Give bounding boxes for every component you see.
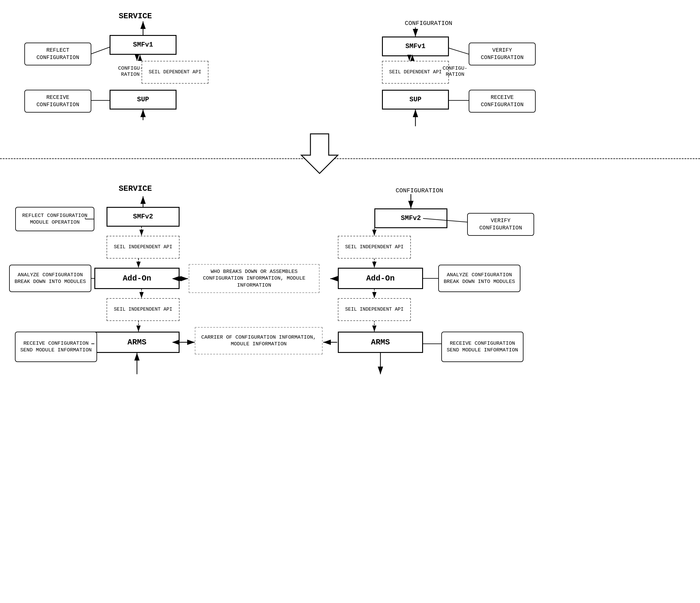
seil-indep-api2-right: SEIL INDEPENDENT API: [338, 298, 411, 321]
smfv2-box-left: SMFv2: [106, 207, 180, 227]
seil-indep-api1-right: SEIL INDEPENDENT API: [338, 236, 411, 259]
smfv2-box-right: SMFv2: [374, 208, 447, 228]
service-label-bottom: SERVICE: [119, 184, 152, 193]
smfv1-box-top-left: SMFv1: [109, 35, 177, 55]
addon-center-label: WHO BREAKS DOWN OR ASSEMBLES CONFIGURATI…: [189, 264, 320, 293]
config-label-top-right: CONFIGU- RATION: [441, 65, 469, 78]
config-label-top-right-top: CONFIGURATION: [405, 20, 452, 27]
arms-center-label: CARRIER OF CONFIGURATION INFORMATION, MO…: [195, 327, 323, 355]
smfv1-box-top-right: SMFv1: [382, 36, 449, 56]
analyze-config-callout-right: ANALYZE CONFIGURATION BREAK DOWN INTO MO…: [438, 265, 520, 292]
addon-box-right: Add-On: [338, 268, 423, 289]
svg-line-14: [449, 48, 469, 54]
config-label-bottom-right-top: CONFIGURATION: [396, 187, 443, 194]
verify-config-callout-bottom-right: VERIFY CONFIGURATION: [467, 213, 534, 236]
arms-box-right: ARMS: [338, 332, 423, 353]
svg-marker-16: [301, 134, 338, 174]
sup-box-top-right: SUP: [382, 90, 449, 109]
analyze-config-callout-left: ANALYZE CONFIGURATION BREAK DOWN INTO MO…: [9, 265, 91, 292]
divider-line: [0, 158, 700, 159]
seil-dep-api-top-left: SEIL DEPENDENT API: [142, 61, 208, 84]
svg-line-8: [91, 47, 109, 54]
seil-dep-api-top-right: SEIL DEPENDENT API: [382, 61, 449, 84]
addon-box-left: Add-On: [94, 268, 180, 289]
arms-box-left: ARMS: [94, 332, 180, 353]
receive-config-send-module-callout-left: RECEIVE CONFIGURATION SEND MODULE INFORM…: [15, 332, 97, 362]
service-label-top: SERVICE: [119, 11, 152, 21]
seil-indep-api1-left: SEIL INDEPENDENT API: [106, 236, 180, 259]
reflect-config-module-callout: REFLECT CONFIGURATION MODULE OPERATION: [15, 207, 94, 231]
sup-box-top-left: SUP: [109, 90, 177, 109]
receive-config-callout-top-right: RECEIVE CONFIGURATION: [469, 90, 536, 112]
diagram-container: SERVICE SMFv1 SEIL DEPENDENT API CONFIGU…: [0, 0, 700, 603]
receive-config-send-module-callout-right: RECEIVE CONFIGURATION SEND MODULE INFORM…: [441, 332, 523, 362]
reflect-config-callout-top-left: REFLECT CONFIGURATION: [24, 43, 91, 65]
verify-config-callout-top-right: VERIFY CONFIGURATION: [469, 43, 536, 65]
config-label-top-left: CONFIGU- RATION: [118, 65, 143, 78]
receive-config-callout-top-left: RECEIVE CONFIGURATION: [24, 90, 91, 112]
seil-indep-api2-left: SEIL INDEPENDENT API: [106, 298, 180, 321]
